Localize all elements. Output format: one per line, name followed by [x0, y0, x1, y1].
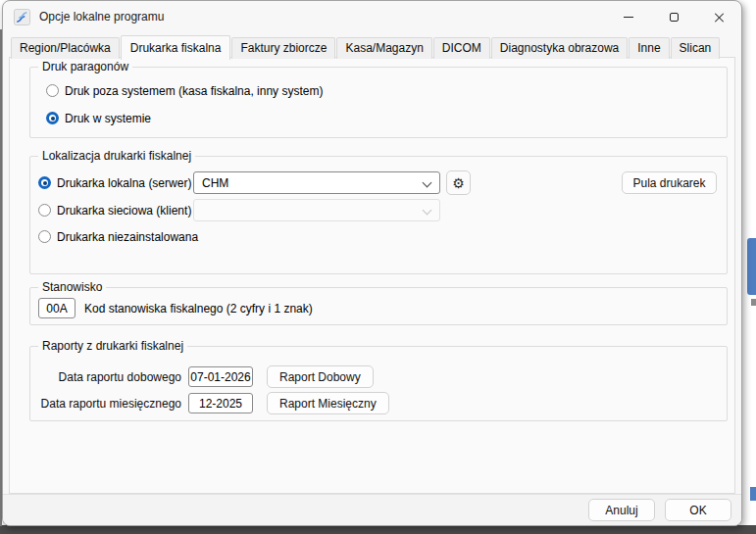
group-druk-paragonow: Druk paragonów Druk poza systemem (kasa …	[29, 67, 728, 138]
tab-slican[interactable]: Slican	[671, 37, 721, 59]
local-printer-combobox[interactable]: CHM	[193, 171, 440, 194]
minimize-button[interactable]	[606, 1, 651, 32]
desktop-bottom-strip	[0, 525, 756, 534]
group-stanowisko-title: Stanowisko	[38, 280, 106, 294]
station-code-input[interactable]	[38, 298, 76, 318]
maximize-button[interactable]	[651, 1, 696, 32]
station-code-hint: Kod stanowiska fiskalnego (2 cyfry i 1 z…	[84, 302, 313, 316]
radio-drukarka-sieciowa[interactable]	[38, 204, 51, 217]
close-button[interactable]	[696, 1, 741, 32]
tab-dicom[interactable]: DICOM	[433, 37, 490, 59]
tab-inne[interactable]: Inne	[629, 37, 669, 59]
chevron-down-icon	[423, 178, 432, 188]
radio-drukarka-niezainstalowana[interactable]	[38, 230, 51, 243]
maximize-icon	[670, 13, 679, 22]
background-window-detail	[751, 299, 756, 306]
ok-button[interactable]: OK	[665, 499, 731, 521]
printer-settings-button[interactable]: ⚙	[446, 170, 471, 195]
background-window-edge-2	[750, 487, 756, 501]
radio-row-drukarka-lokalna[interactable]: Drukarka lokalna (serwer)	[38, 171, 191, 194]
radio-row-drukarka-niezainstalowana[interactable]: Drukarka niezainstalowana	[38, 225, 198, 248]
radio-row-druk-poza-systemem[interactable]: Druk poza systemem (kasa fiskalna, inny …	[46, 79, 323, 102]
chevron-down-icon	[423, 206, 432, 216]
tab-faktury-zbiorcze[interactable]: Faktury zbiorcze	[231, 37, 335, 59]
dialog-footer: Anuluj OK	[3, 494, 741, 525]
monthly-report-row: Data raportu miesięcznego Raport Miesięc…	[38, 392, 389, 414]
radio-row-druk-w-systemie[interactable]: Druk w systemie	[46, 107, 151, 129]
window-title: Opcje lokalne programu	[39, 10, 164, 24]
group-lokalizacja-drukarki: Lokalizacja drukarki fiskalnej Drukarka …	[29, 156, 728, 274]
window-controls	[606, 1, 741, 32]
background-window-edge	[747, 238, 756, 295]
radio-drukarka-sieciowa-label[interactable]: Drukarka sieciowa (klient)	[57, 204, 191, 218]
group-stanowisko: Stanowisko Kod stanowiska fiskalnego (2 …	[29, 287, 728, 325]
daily-report-row: Data raportu dobowego Raport Dobowy	[38, 365, 374, 388]
radio-row-drukarka-sieciowa[interactable]: Drukarka sieciowa (klient)	[38, 199, 191, 221]
group-raporty-title: Raporty z drukarki fiskalnej	[38, 339, 187, 353]
options-dialog: Opcje lokalne programu Region/Placówka D…	[2, 0, 742, 526]
printer-pool-button[interactable]: Pula drukarek	[622, 171, 717, 194]
group-druk-paragonow-title: Druk paragonów	[38, 60, 132, 73]
monthly-report-date-label: Data raportu miesięcznego	[38, 397, 181, 411]
minimize-icon	[624, 17, 633, 18]
group-lokalizacja-title: Lokalizacja drukarki fiskalnej	[38, 149, 195, 163]
cancel-button[interactable]: Anuluj	[588, 499, 655, 521]
radio-drukarka-lokalna-label[interactable]: Drukarka lokalna (serwer)	[57, 176, 191, 190]
tab-diagnostyka-obrazowa[interactable]: Diagnostyka obrazowa	[491, 37, 628, 59]
radio-drukarka-niezainstalowana-label[interactable]: Drukarka niezainstalowana	[57, 230, 198, 244]
radio-druk-w-systemie-label[interactable]: Druk w systemie	[65, 112, 151, 125]
radio-druk-w-systemie[interactable]	[46, 112, 59, 124]
close-icon	[714, 12, 725, 23]
network-printer-combobox	[193, 199, 440, 221]
tab-strip: Region/Placówka Drukarka fiskalna Faktur…	[11, 35, 721, 59]
daily-report-date-input[interactable]	[188, 366, 253, 387]
radio-druk-poza-systemem[interactable]	[46, 84, 59, 97]
app-icon	[14, 9, 30, 25]
monthly-report-button[interactable]: Raport Miesięczny	[267, 392, 389, 414]
tab-page-drukarka-fiskalna: Druk paragonów Druk poza systemem (kasa …	[9, 57, 735, 494]
station-code-row: Kod stanowiska fiskalnego (2 cyfry i 1 z…	[38, 298, 313, 318]
daily-report-button[interactable]: Raport Dobowy	[267, 365, 374, 388]
radio-druk-poza-systemem-label[interactable]: Druk poza systemem (kasa fiskalna, inny …	[65, 84, 323, 98]
radio-drukarka-lokalna[interactable]	[38, 176, 51, 189]
local-printer-value: CHM	[202, 176, 228, 190]
tab-drukarka-fiskalna[interactable]: Drukarka fiskalna	[121, 35, 231, 60]
monthly-report-date-input[interactable]	[188, 393, 253, 413]
gear-icon: ⚙	[452, 175, 465, 191]
title-bar: Opcje lokalne programu	[3, 1, 741, 32]
group-raporty: Raporty z drukarki fiskalnej Data raport…	[29, 346, 728, 421]
tab-kasa-magazyn[interactable]: Kasa/Magazyn	[336, 37, 431, 59]
daily-report-date-label: Data raportu dobowego	[38, 370, 181, 384]
tab-region-placowka[interactable]: Region/Placówka	[11, 37, 120, 59]
